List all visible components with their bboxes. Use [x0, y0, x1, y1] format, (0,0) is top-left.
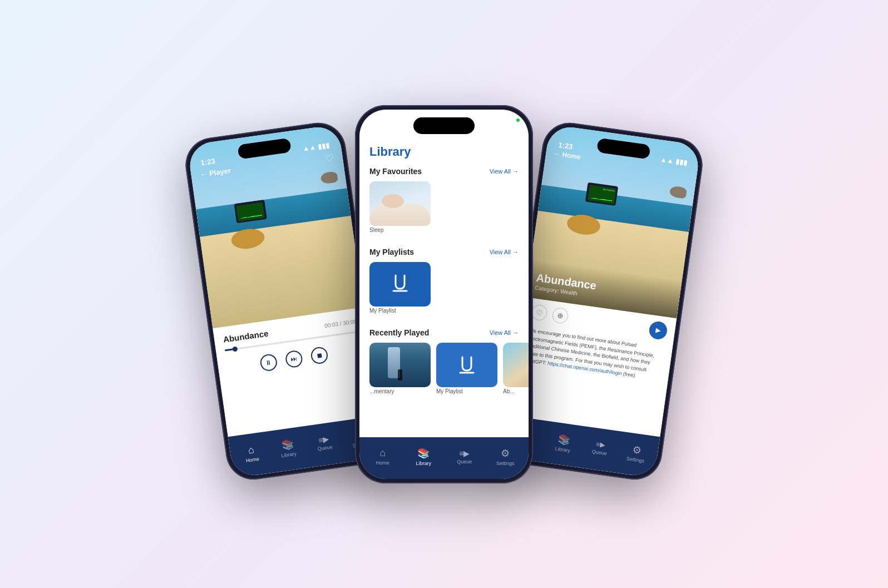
queue-label-center: Queue: [457, 459, 472, 465]
favourites-title: My Favourites: [369, 167, 422, 176]
center-phone: Library My Favourites View All →: [355, 105, 533, 483]
playlists-row: My Playlist: [369, 262, 519, 320]
nav-library-left[interactable]: 📚 Library: [268, 433, 308, 463]
queue-icon-center: ≡▶: [459, 449, 470, 458]
playlist2-label: My Playlist: [436, 388, 497, 394]
playlist-thumbnail[interactable]: [369, 262, 431, 307]
documentary-image: [369, 343, 431, 387]
tablet-screen-right: My Portfolio: [588, 184, 616, 203]
play-button-right[interactable]: ▶: [648, 320, 668, 340]
nav-queue-left[interactable]: ≡▶ Queue: [304, 429, 344, 456]
playlist-icon: [389, 271, 411, 298]
library-icon-left: 📚: [280, 438, 294, 452]
battery-icon-right: ▮▮▮: [675, 157, 688, 167]
recent-section-header: Recently Played View All →: [369, 328, 519, 337]
recent-title: Recently Played: [369, 328, 429, 337]
library-screen: Library My Favourites View All →: [359, 110, 529, 479]
recent-row: ...mentary My Playlist: [369, 343, 519, 401]
favourites-row: Sleep: [369, 181, 519, 240]
documentary-container: ...mentary: [369, 343, 431, 401]
settings-icon-center: ⚙: [501, 447, 510, 459]
track-time: 00:03 / 30:00: [324, 318, 357, 329]
tablet-left: [234, 200, 267, 223]
sleep-image: [369, 181, 431, 226]
tablet-screen-left: [236, 202, 264, 221]
queue-icon-right: ≡▶: [595, 440, 605, 449]
time-right: 1:23: [558, 140, 574, 150]
playlist-label: My Playlist: [369, 308, 431, 314]
stop-icon: ⏹: [315, 351, 323, 360]
abundance-container: Ab...: [503, 343, 529, 401]
abundance-label: Ab...: [503, 388, 529, 394]
favourites-section-header: My Favourites View All →: [369, 167, 519, 176]
library-label-center: Library: [416, 461, 431, 466]
home-label-left: Home: [245, 456, 259, 463]
documentary-thumbnail[interactable]: [369, 343, 431, 387]
queue-label-right: Queue: [591, 448, 607, 456]
wifi-icon-left: ▲▲: [302, 143, 316, 152]
settings-label-right: Settings: [626, 456, 645, 463]
figure-silhouette: [398, 369, 402, 381]
library-label-right: Library: [555, 446, 571, 453]
chart-line-right: [590, 197, 612, 201]
library-icon-center: 📚: [417, 447, 430, 459]
stop-button[interactable]: ⏹: [310, 346, 329, 365]
playlists-title: My Playlists: [369, 248, 414, 256]
bottom-nav-center: ⌂ Home 📚 Library ≡▶ Queue ⚙ Settings: [359, 437, 529, 479]
time-left: 1:23: [200, 156, 216, 166]
queue-label-left: Queue: [317, 444, 333, 452]
nav-settings-center[interactable]: ⚙ Settings: [485, 444, 526, 470]
abundance-thumbnail[interactable]: [503, 343, 529, 387]
library-icon-right: 📚: [557, 432, 571, 446]
documentary-label: ...mentary: [369, 388, 431, 394]
nav-queue-right[interactable]: ≡▶ Queue: [580, 435, 620, 461]
player-info: Abundance 00:03 / 30:00 ⏸ ⏭ ⏹: [213, 307, 379, 437]
playlist2-thumbnail[interactable]: [436, 343, 497, 387]
add-button-right[interactable]: ⊕: [551, 307, 569, 324]
nav-library-center[interactable]: 📚 Library: [403, 444, 445, 470]
queue-icon-left: ≡▶: [318, 434, 329, 445]
library-label-left: Library: [281, 451, 297, 458]
playlists-view-all[interactable]: View All →: [490, 249, 519, 255]
settings-label-center: Settings: [496, 461, 515, 466]
settings-icon-right: ⚙: [632, 443, 642, 456]
library-content: Library My Favourites View All →: [359, 110, 529, 437]
playlists-section-header: My Playlists View All →: [369, 248, 519, 256]
status-icons-left: ▲▲ ▮▮▮: [302, 141, 330, 152]
playlist2-icon: [456, 353, 478, 377]
pause-button[interactable]: ⏸: [259, 353, 278, 372]
dynamic-island-center: [413, 117, 475, 134]
heart-button-right[interactable]: ♡: [530, 304, 548, 322]
nav-library-right[interactable]: 📚 Library: [544, 427, 584, 458]
chart-line-left: [240, 214, 262, 219]
sleep-container: Sleep: [369, 181, 431, 240]
battery-icon-left: ▮▮▮: [318, 141, 330, 150]
home-label-center: Home: [376, 460, 389, 466]
playlist-container: My Playlist: [369, 262, 431, 320]
sleep-thumbnail[interactable]: [369, 181, 431, 226]
home-icon-center: ⌂: [379, 447, 386, 459]
library-title: Library: [369, 145, 519, 159]
nav-queue-center[interactable]: ≡▶ Queue: [444, 446, 485, 468]
heart-icon-right: ♡: [535, 308, 543, 317]
description-suffix: (free): [623, 371, 635, 378]
next-button[interactable]: ⏭: [284, 349, 303, 368]
playlist2-container: My Playlist: [436, 343, 497, 401]
add-icon-right: ⊕: [556, 311, 564, 320]
next-icon: ⏭: [290, 354, 298, 363]
home-content: ♡ ⊕ ▶ We encourage you to find out more …: [509, 297, 677, 437]
progress-fill: [225, 348, 236, 352]
home-icon-left: ⌂: [248, 443, 255, 456]
wifi-icon-right: ▲▲: [660, 155, 674, 165]
track-name: Abundance: [223, 328, 269, 344]
tablet-right: My Portfolio: [585, 182, 618, 206]
status-icons-right: ▲▲ ▮▮▮: [660, 155, 688, 167]
nav-home-left[interactable]: ⌂ Home: [231, 438, 272, 468]
green-dot: [516, 118, 520, 122]
favourites-view-all[interactable]: View All →: [490, 168, 519, 175]
nav-settings-right[interactable]: ⚙ Settings: [616, 438, 657, 468]
recent-view-all[interactable]: View All →: [490, 329, 519, 336]
nav-home-center[interactable]: ⌂ Home: [362, 444, 403, 469]
play-icon-right: ▶: [655, 326, 661, 334]
pause-icon: ⏸: [265, 358, 273, 367]
